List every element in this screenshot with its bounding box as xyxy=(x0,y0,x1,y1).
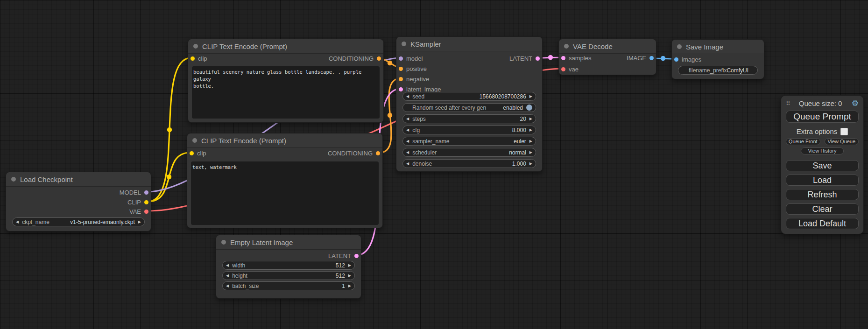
increment-arrow-icon[interactable]: ▶ xyxy=(529,94,532,98)
widget-seed[interactable]: ◀seed156680208700286▶ xyxy=(402,92,536,101)
output-dot-LATENT[interactable] xyxy=(536,56,540,61)
node-title-bar[interactable]: CLIP Text Encode (Prompt) xyxy=(187,133,382,148)
prompt-textarea[interactable]: beautiful scenery nature glass bottle la… xyxy=(192,66,380,119)
node-ksampler[interactable]: KSamplermodelLATENTpositivenegativelaten… xyxy=(396,36,543,172)
node-title-bar[interactable]: Save Image xyxy=(672,40,764,54)
node-vae-decode[interactable]: VAE DecodesamplesIMAGEvae xyxy=(558,39,656,75)
output-dot-CONDITIONING[interactable] xyxy=(377,56,381,61)
widget-value: 20 xyxy=(520,116,526,122)
output-dot-IMAGE[interactable] xyxy=(649,56,654,60)
slot-output-LATENT: LATENT xyxy=(509,55,540,62)
node-load-checkpoint[interactable]: Load CheckpointMODELCLIPVAE◀ckpt_namev1-… xyxy=(6,172,151,231)
output-dot-LATENT[interactable] xyxy=(354,254,359,258)
link-midpoint-dot xyxy=(661,56,665,61)
node-clip-text-encode-positive[interactable]: CLIP Text Encode (Prompt)clipCONDITIONIN… xyxy=(188,39,384,123)
decrement-arrow-icon[interactable]: ◀ xyxy=(226,263,229,267)
widget-label: filename_prefix xyxy=(689,67,727,74)
node-title-text: Load Checkpoint xyxy=(20,175,73,183)
slot-label: IMAGE xyxy=(627,55,646,62)
node-title-text: CLIP Text Encode (Prompt) xyxy=(202,42,287,50)
decrement-arrow-icon[interactable]: ◀ xyxy=(406,94,409,98)
node-title-bar[interactable]: Empty Latent Image xyxy=(216,235,361,250)
queue-front-button[interactable]: Queue Front xyxy=(786,138,820,145)
load-default-button[interactable]: Load Default xyxy=(786,218,859,229)
input-dot-positive[interactable] xyxy=(399,67,403,71)
widget-steps[interactable]: ◀steps20▶ xyxy=(402,114,536,123)
widget-filename_prefix[interactable]: filename_prefixComfyUI xyxy=(678,66,758,75)
slot-row: positive xyxy=(396,64,542,73)
decrement-arrow-icon[interactable]: ◀ xyxy=(406,117,409,121)
input-dot-negative[interactable] xyxy=(399,77,403,81)
node-title-bar[interactable]: KSampler xyxy=(396,37,542,51)
node-save-image[interactable]: Save Imageimagesfilename_prefixComfyUI xyxy=(671,39,764,79)
widget-height[interactable]: ◀height512▶ xyxy=(222,271,355,280)
widget-denoise[interactable]: ◀denoise1.000▶ xyxy=(402,159,536,168)
decrement-arrow-icon[interactable]: ◀ xyxy=(16,220,19,224)
settings-gear-icon[interactable]: ⚙ xyxy=(852,99,859,107)
widget-ckpt_name[interactable]: ◀ckpt_namev1-5-pruned-emaonly.ckpt▶ xyxy=(12,217,145,226)
widget-sampler_name[interactable]: ◀sampler_nameeuler▶ xyxy=(402,137,536,146)
load-button[interactable]: Load xyxy=(786,175,859,186)
extra-options-label: Extra options xyxy=(797,127,838,135)
increment-arrow-icon[interactable]: ▶ xyxy=(348,273,351,278)
widget-value: ComfyUI xyxy=(727,67,748,74)
widget-batch_size[interactable]: ◀batch_size1▶ xyxy=(222,281,355,290)
increment-arrow-icon[interactable]: ▶ xyxy=(348,284,351,288)
slot-row: CLIP xyxy=(6,197,151,207)
node-title-bar[interactable]: VAE Decode xyxy=(559,39,656,54)
node-title-text: Empty Latent Image xyxy=(230,238,293,246)
queue-prompt-button[interactable]: Queue Prompt xyxy=(786,111,859,123)
node-status-dot xyxy=(11,177,16,182)
node-title-bar[interactable]: Load Checkpoint xyxy=(6,172,151,187)
increment-arrow-icon[interactable]: ▶ xyxy=(529,117,532,121)
input-dot-clip[interactable] xyxy=(190,151,194,155)
view-queue-button[interactable]: View Queue xyxy=(825,138,859,145)
node-empty-latent-image[interactable]: Empty Latent ImageLATENT◀width512▶◀heigh… xyxy=(216,235,361,299)
widget-cfg[interactable]: ◀cfg8.000▶ xyxy=(402,126,536,134)
widget-width[interactable]: ◀width512▶ xyxy=(222,261,355,270)
increment-arrow-icon[interactable]: ▶ xyxy=(348,263,351,267)
save-button[interactable]: Save xyxy=(786,160,859,171)
clear-button[interactable]: Clear xyxy=(786,203,859,215)
input-dot-latent_image[interactable] xyxy=(399,87,403,91)
drag-handle-icon[interactable]: ⠿ xyxy=(786,100,790,107)
output-dot-MODEL[interactable] xyxy=(144,190,148,195)
decrement-arrow-icon[interactable]: ◀ xyxy=(226,284,229,288)
widget-scheduler[interactable]: ◀schedulernormal▶ xyxy=(402,148,536,157)
node-title-bar[interactable]: CLIP Text Encode (Prompt) xyxy=(188,39,383,54)
increment-arrow-icon[interactable]: ▶ xyxy=(529,128,532,132)
input-dot-vae[interactable] xyxy=(561,67,565,71)
toggle-indicator-icon[interactable] xyxy=(526,105,532,111)
widget-Random seed after every gen[interactable]: Random seed after every genenabled xyxy=(402,103,536,112)
increment-arrow-icon[interactable]: ▶ xyxy=(529,139,532,143)
decrement-arrow-icon[interactable]: ◀ xyxy=(226,273,229,278)
input-dot-model[interactable] xyxy=(399,56,403,61)
input-dot-images[interactable] xyxy=(674,57,678,62)
increment-arrow-icon[interactable]: ▶ xyxy=(138,220,141,224)
widget-label: denoise xyxy=(412,161,432,167)
output-dot-VAE[interactable] xyxy=(144,210,148,214)
slot-input-negative: negative xyxy=(399,76,429,83)
decrement-arrow-icon[interactable]: ◀ xyxy=(406,161,409,166)
slot-label: samples xyxy=(569,55,591,62)
node-graph-canvas[interactable]: Load CheckpointMODELCLIPVAE◀ckpt_namev1-… xyxy=(0,0,868,329)
widget-label: Random seed after every gen xyxy=(412,105,486,111)
node-title-text: CLIP Text Encode (Prompt) xyxy=(201,137,286,145)
output-dot-CLIP[interactable] xyxy=(144,200,148,204)
decrement-arrow-icon[interactable]: ◀ xyxy=(406,128,409,132)
prompt-textarea[interactable]: text, watermark xyxy=(191,161,379,225)
increment-arrow-icon[interactable]: ▶ xyxy=(529,150,532,154)
extra-options-checkbox[interactable] xyxy=(840,128,848,135)
input-dot-clip[interactable] xyxy=(191,56,195,61)
refresh-button[interactable]: Refresh xyxy=(786,189,859,200)
decrement-arrow-icon[interactable]: ◀ xyxy=(406,150,409,154)
node-status-dot xyxy=(221,240,226,245)
output-dot-CONDITIONING[interactable] xyxy=(376,151,380,155)
node-clip-text-encode-negative[interactable]: CLIP Text Encode (Prompt)clipCONDITIONIN… xyxy=(187,133,383,228)
view-history-button[interactable]: View History xyxy=(801,147,844,154)
increment-arrow-icon[interactable]: ▶ xyxy=(529,161,532,166)
extra-options-row: Extra options xyxy=(786,127,859,135)
input-dot-samples[interactable] xyxy=(561,56,565,60)
widget-label: sampler_name xyxy=(412,138,449,145)
decrement-arrow-icon[interactable]: ◀ xyxy=(406,139,409,143)
